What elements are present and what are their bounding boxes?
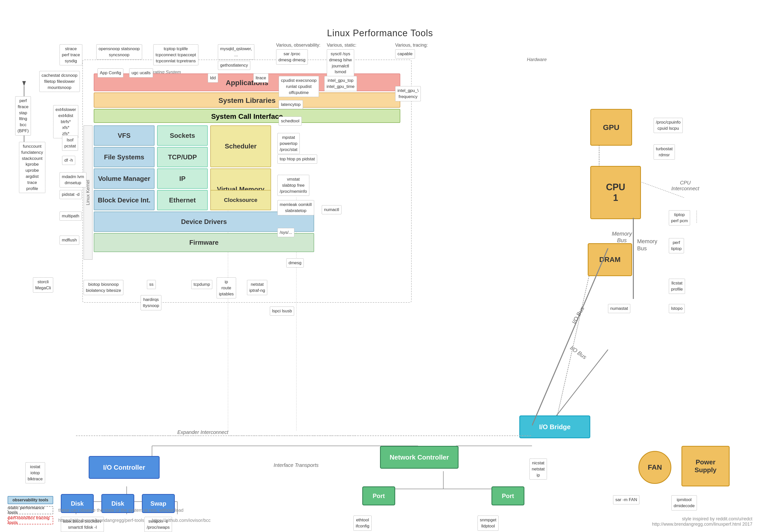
lsof-pcstat-tools: lsof pcstat — [62, 135, 78, 151]
various-tracing-label: Various, tracing: — [395, 43, 428, 48]
netstat-tools: netstat iptraf-ng — [247, 280, 267, 295]
tcpdump-tool: tcpdump — [191, 280, 212, 289]
legend-observability: observability tools — [8, 496, 211, 504]
port2-box: Port — [492, 486, 524, 506]
cpu-interconnect-label: CPU Interconnect — [671, 180, 699, 192]
style-credit: style inspired by reddit.com/u/redct — [652, 516, 752, 522]
power-supply-box: Power Supply — [682, 446, 730, 486]
ldd-tool: ldd — [208, 73, 218, 82]
footer: style inspired by reddit.com/u/redct htt… — [652, 516, 752, 527]
block-device-box: Block Device Int. — [94, 190, 155, 210]
network-controller-box: Network Controller — [380, 446, 458, 469]
memory-bus-label: Memory Bus — [612, 230, 632, 244]
lstopo-tool: lstopo — [669, 304, 685, 313]
interface-transports-label: Interface Transports — [274, 462, 318, 468]
intel-gpu-freq-tools: intel_gpu_\ frequency — [395, 86, 421, 101]
expander-line — [76, 431, 532, 441]
numactl-tool: numactl — [322, 205, 342, 214]
legend-observability-box: observability tools — [8, 496, 53, 504]
sar-proc-tools: sar /proc dmesg dmesg — [276, 49, 308, 65]
nicstat-tools: nicstat netstat ip — [530, 459, 547, 480]
fan-box: FAN — [639, 451, 671, 484]
ip-route-tools: ip route iptables — [216, 277, 236, 298]
funccount-tools: funccount funclatency stackcount kprobe … — [19, 142, 45, 193]
ip-box: IP — [157, 169, 208, 189]
legend-perf-box: perf-tools/bcc tracing tools — [8, 516, 53, 524]
tiptop-tools: tiptop perf pcm — [669, 210, 690, 225]
ipmitool-tools: ipmitool dmidecode — [671, 495, 697, 510]
iostat-tools: iostat iotop blktrace — [25, 462, 45, 483]
schedtool-tool: schedtool — [279, 117, 302, 126]
svg-text:I/O Bus: I/O Bus — [571, 306, 586, 325]
storcli-tools: storcli MegaCli — [33, 277, 53, 293]
io-bus-label: I/O Bus — [569, 345, 588, 361]
legend-static-description: these can observe the state of the syste… — [58, 508, 183, 513]
biotop-tools: biotop biosnoop biolatency bitesize — [84, 280, 123, 295]
strace-tools: strace perf trace sysdig — [60, 44, 82, 65]
cpudist-tools: cpudist execsnoop runlat cpudist offcput… — [279, 76, 319, 97]
main-diagram: Linux Performance Tools — [0, 20, 760, 532]
multipath-tool: multipath — [60, 212, 81, 221]
sar-m-fan-tool: sar -m FAN — [613, 495, 640, 505]
gethostlatency-tool: gethostlatency — [218, 61, 250, 70]
legend-static: static performance tools these can obser… — [8, 506, 211, 514]
numastat-tool: numastat — [608, 304, 630, 313]
cachestat-tools: cachestat dcsnoop filetop fileslower mou… — [39, 71, 80, 92]
app-config-tool: App Config — [98, 69, 123, 77]
latencytop-tool: latencytop — [279, 100, 303, 109]
system-libraries-layer: System Libraries — [94, 92, 400, 108]
volume-manager-box: Volume Manager — [94, 169, 155, 189]
tcp-udp-box: TCP/UDP — [157, 147, 208, 167]
various-static-label: Various, static: — [327, 43, 356, 48]
ethtool-tools: ethtool ifconfig — [354, 515, 372, 531]
expander-interconnect-label: Expander Interconnect — [177, 429, 228, 435]
llcstat-tools: llcstat profile — [669, 279, 685, 294]
capable-tool: capable — [395, 49, 415, 59]
sysctl-tools: sysctl /sys dmesg lshw journalctl lsmod — [327, 49, 354, 76]
main-url: http://www.brendangregg.com/linuxperf.ht… — [652, 522, 752, 527]
vfs-box: VFS — [94, 125, 155, 146]
io-controller-box: I/O Controller — [89, 456, 160, 479]
ugc-ucalls-tool: ugc ucalls — [129, 69, 153, 77]
ltrace-tool: ltrace — [253, 73, 268, 82]
opensnoop-tools: opensnoop statsnoop syncsnoop — [96, 44, 142, 60]
turbostat-tools: turbostat rdmsr — [654, 144, 675, 160]
sys-dots-tool: /sys/... — [277, 228, 294, 237]
perf-tools: perf ftrace stap lttng bcc (BPF) — [15, 96, 31, 135]
df-h-tool: df -h — [62, 156, 75, 165]
mdflush-tool: mdflush — [60, 236, 79, 245]
dmesg-tool: dmesg — [286, 259, 304, 267]
snmpget-tools: snmpget lldptool — [478, 515, 499, 531]
vmstat-tools: vmstat slabtop free /proc/meminfo — [277, 175, 309, 196]
scheduler-box: Scheduler — [210, 125, 271, 167]
lspci-lsusb-tools: lspci lsusb — [270, 307, 294, 315]
svg-text:Memory: Memory — [637, 238, 657, 244]
port1-box: Port — [362, 486, 395, 506]
legend-link1: https://github.com/brendangregg/perf-too… — [58, 518, 144, 523]
syscall-layer: System Call Interface — [94, 109, 400, 123]
top-htop-tools: top htop ps pidstat — [277, 155, 317, 164]
file-systems-box: File Systems — [94, 147, 155, 167]
proc-cpuinfo-tools: /proc/cpuinfo cpuid lscpu — [654, 118, 683, 133]
legend-static-box: static performance tools — [8, 506, 53, 514]
svg-text:Bus: Bus — [637, 245, 647, 252]
pidstat-d-tool: pidstat -d — [60, 190, 82, 199]
dram-box: DRAM — [588, 243, 632, 276]
clocksource-box: Clocksource — [210, 190, 271, 210]
mdadm-tools: mdadm lvm dmsetup — [60, 172, 86, 187]
legend: observability tools static performance t… — [8, 496, 211, 524]
mysqld-tools: mysqld_qslower, ... — [218, 44, 254, 60]
mpstat-tools: mpstat powertop /proc/stat — [277, 133, 300, 154]
legend-link2: https://github.com/iovisor/bcc — [152, 518, 211, 523]
gpu-box: GPU — [590, 109, 632, 146]
cpu-box: CPU 1 — [590, 166, 641, 219]
ethernet-box: Ethernet — [157, 190, 208, 210]
sockets-box: Sockets — [157, 125, 208, 146]
intel-gpu-top-tools: intel_gpu_top intel_gpu_time — [324, 76, 357, 91]
ext4slower-tools: ext4slower ext4dist btrfs* xfs* zfs* — [53, 105, 78, 138]
perf-tiptop-tools: perf tiptop — [669, 238, 684, 253]
tcptop-tools: tcptop tcplife tcpconnect tcpaccept tcpc… — [153, 44, 198, 65]
various-obs-label: Various, observability: — [276, 43, 320, 48]
linux-kernel-label: Linux Kernel — [84, 125, 92, 260]
memleak-tools: memleak oomkill slabratetop — [277, 200, 314, 215]
